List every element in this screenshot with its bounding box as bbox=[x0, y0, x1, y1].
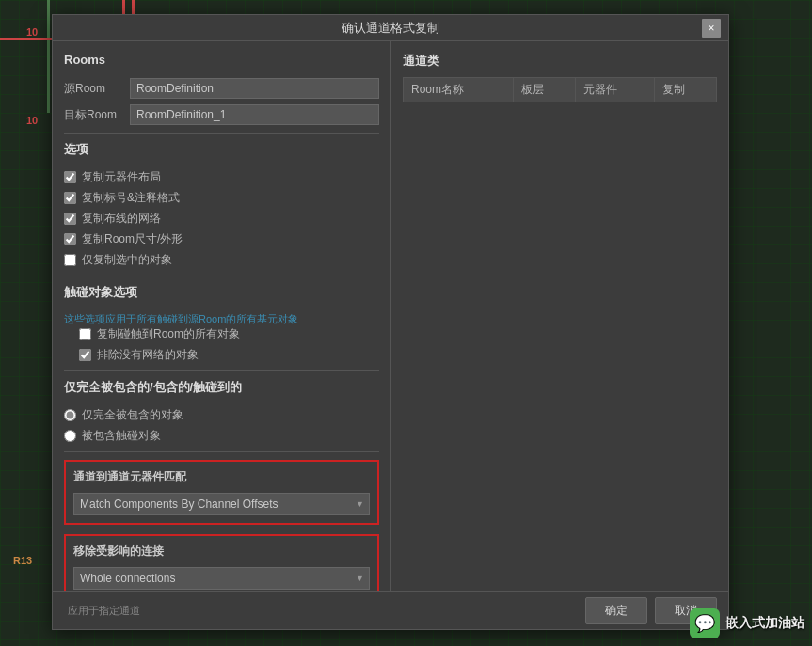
checkbox-row-5: 仅复制选中的对象 bbox=[64, 252, 379, 268]
cb-copy-layout-label: 复制元器件布局 bbox=[82, 169, 161, 185]
channel-match-title: 通道到通道元器件匹配 bbox=[73, 469, 370, 485]
divider-1 bbox=[64, 133, 379, 134]
right-panel: 通道类 Room名称 板层 元器件 复制 bbox=[391, 41, 728, 591]
divider-3 bbox=[64, 370, 379, 371]
cb-copy-refs[interactable] bbox=[64, 192, 76, 204]
divider-4 bbox=[64, 451, 379, 452]
footer-note: 应用于指定通道 bbox=[64, 604, 578, 618]
cb-copy-all-touch-label: 复制碰触到Room的所有对象 bbox=[97, 326, 240, 342]
contained-section-header: 仅完全被包含的/包含的/触碰到的 bbox=[64, 379, 379, 400]
cb-copy-room-size-label: 复制Room尺寸/外形 bbox=[82, 231, 183, 247]
radio-fully-contained[interactable] bbox=[64, 409, 76, 421]
source-room-row: 源Room bbox=[64, 78, 379, 99]
pcb-marker-10-mid: 10 bbox=[26, 115, 38, 126]
target-room-label: 目标Room bbox=[64, 107, 130, 123]
checkbox-row-2: 复制标号&注释格式 bbox=[64, 190, 379, 206]
channel-match-section: 通道到通道元器件匹配 Match Components By Channel O… bbox=[64, 460, 379, 525]
dialog-titlebar: 确认通道格式复制 × bbox=[53, 15, 728, 41]
col-component: 元器件 bbox=[575, 78, 655, 102]
pcb-marker-r13: R13 bbox=[13, 555, 32, 566]
room-table: Room名称 板层 元器件 复制 bbox=[403, 77, 717, 102]
col-copy: 复制 bbox=[655, 78, 717, 102]
watermark-icon: 💬 bbox=[690, 608, 720, 638]
pcb-marker-10-top: 10 bbox=[26, 26, 38, 38]
radio-touch-contained-label: 被包含触碰对象 bbox=[82, 428, 161, 444]
radio-row-1: 仅完全被包含的对象 bbox=[64, 407, 379, 423]
cb-copy-room-size[interactable] bbox=[64, 233, 76, 245]
connections-section: 移除受影响的连接 Whole connections Partial conne… bbox=[64, 534, 379, 591]
checkbox-row-3: 复制布线的网络 bbox=[64, 211, 379, 227]
watermark: 💬 嵌入式加油站 bbox=[690, 608, 804, 638]
radio-fully-contained-label: 仅完全被包含的对象 bbox=[82, 407, 183, 423]
left-panel: Rooms 源Room 目标Room 选项 复制元器件布局 复制标号&注释格式 bbox=[53, 41, 391, 591]
touch-cb-row-2: 排除没有网络的对象 bbox=[64, 347, 379, 363]
checkbox-row-4: 复制Room尺寸/外形 bbox=[64, 231, 379, 247]
touch-section-header: 触碰对象选项 bbox=[64, 284, 379, 305]
watermark-emoji: 💬 bbox=[694, 613, 715, 634]
radio-row-2: 被包含触碰对象 bbox=[64, 428, 379, 444]
col-layer: 板层 bbox=[513, 78, 575, 102]
channel-match-select-row: Match Components By Channel Offsets Matc… bbox=[73, 493, 370, 515]
source-room-label: 源Room bbox=[64, 81, 130, 97]
cb-copy-routes[interactable] bbox=[64, 213, 76, 225]
cb-copy-routes-label: 复制布线的网络 bbox=[82, 211, 161, 227]
touch-note: 这些选项应用于所有触碰到源Room的所有基元对象 bbox=[64, 313, 298, 324]
connections-select-row: Whole connections Partial connections No… bbox=[73, 567, 370, 590]
cb-exclude-no-net-label: 排除没有网络的对象 bbox=[97, 347, 199, 363]
dialog-close-button[interactable]: × bbox=[702, 19, 721, 38]
connections-title: 移除受影响的连接 bbox=[73, 544, 370, 559]
cb-copy-selected-only-label: 仅复制选中的对象 bbox=[82, 252, 172, 268]
radio-touch-contained[interactable] bbox=[64, 430, 76, 442]
divider-2 bbox=[64, 276, 379, 276]
col-room-name: Room名称 bbox=[404, 78, 514, 102]
confirm-button[interactable]: 确定 bbox=[585, 597, 647, 624]
cb-copy-refs-label: 复制标号&注释格式 bbox=[82, 190, 180, 206]
connections-select-wrapper: Whole connections Partial connections No… bbox=[73, 567, 370, 590]
target-room-row: 目标Room bbox=[64, 104, 379, 125]
options-section-header: 选项 bbox=[64, 141, 379, 162]
right-panel-title: 通道类 bbox=[403, 53, 717, 70]
cb-copy-selected-only[interactable] bbox=[64, 254, 76, 266]
channel-match-select-wrapper: Match Components By Channel Offsets Matc… bbox=[73, 493, 370, 515]
source-room-input[interactable] bbox=[130, 78, 379, 99]
channel-match-select[interactable]: Match Components By Channel Offsets Matc… bbox=[73, 493, 370, 515]
watermark-text: 嵌入式加油站 bbox=[725, 615, 804, 632]
target-room-input[interactable] bbox=[130, 104, 379, 125]
pcb-trace bbox=[47, 0, 50, 113]
rooms-section-header: Rooms bbox=[64, 53, 379, 71]
dialog-confirm-channel: 确认通道格式复制 × Rooms 源Room 目标Room 选项 复制元器件布局 bbox=[52, 14, 729, 630]
checkbox-row-1: 复制元器件布局 bbox=[64, 169, 379, 185]
cb-copy-all-touch[interactable] bbox=[79, 328, 91, 340]
cb-exclude-no-net[interactable] bbox=[79, 349, 91, 361]
touch-cb-row-1: 复制碰触到Room的所有对象 bbox=[64, 326, 379, 342]
dialog-body: Rooms 源Room 目标Room 选项 复制元器件布局 复制标号&注释格式 bbox=[53, 41, 728, 591]
dialog-title: 确认通道格式复制 bbox=[342, 20, 439, 37]
connections-select[interactable]: Whole connections Partial connections No… bbox=[73, 567, 370, 590]
cb-copy-layout[interactable] bbox=[64, 171, 76, 183]
pcb-trace-red bbox=[0, 38, 56, 40]
dialog-footer: 应用于指定通道 确定 取消 bbox=[53, 591, 728, 629]
